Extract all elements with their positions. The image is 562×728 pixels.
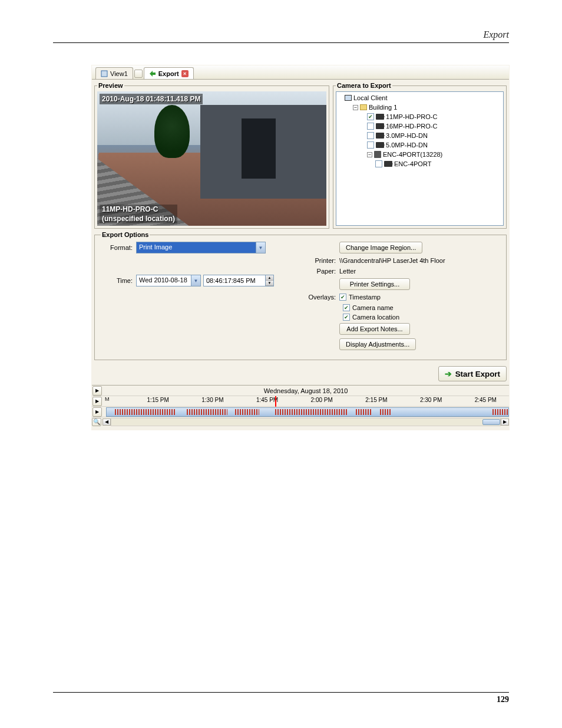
overlay-camera-name: 11MP-HD-PRO-C <box>100 205 177 214</box>
camera-checkbox[interactable] <box>367 123 374 130</box>
scrollbar-thumb[interactable] <box>482 419 500 425</box>
timeline-tick: 1:30 PM <box>201 397 223 403</box>
paper-label: Paper: <box>306 268 339 275</box>
overlay-camname-label: Camera name <box>352 304 394 311</box>
timeline-play-button[interactable]: ▶ <box>92 397 102 406</box>
overlay-camloc-label: Camera location <box>352 314 399 321</box>
format-label: Format: <box>101 244 136 251</box>
timeline-tick: 2:30 PM <box>420 397 442 403</box>
timeline-tick: 2:15 PM <box>365 397 387 403</box>
start-export-button[interactable]: ➔ Start Export <box>438 366 507 381</box>
timeline-zoom-button[interactable]: 🔍 <box>92 418 101 426</box>
export-icon <box>149 70 156 77</box>
tree-node-camera[interactable]: 5.0MP-HD-DN <box>338 140 502 150</box>
export-options-panel: Export Options Format: Print Image ▼ Tim… <box>94 231 507 360</box>
dropdown-icon[interactable]: ▼ <box>191 275 200 286</box>
camera-checkbox[interactable] <box>367 141 374 149</box>
printer-settings-button[interactable]: Printer Settings... <box>339 278 410 290</box>
tree-node-root[interactable]: Local Client <box>338 93 502 103</box>
new-tab-button[interactable] <box>134 70 143 78</box>
preview-panel: Preview 2010-Aug-18 01:48:11.418 PM 11MP… <box>94 82 329 229</box>
tree-building-label: Building 1 <box>369 104 397 111</box>
camera-icon <box>376 114 384 120</box>
header-rule <box>53 42 509 43</box>
date-combo[interactable]: Wed 2010-08-18 ▼ <box>136 275 201 286</box>
camera-tree-panel: Camera to Export Local Client − Building… <box>333 82 507 229</box>
collapse-icon[interactable]: − <box>353 105 358 110</box>
overlay-camname-checkbox[interactable]: ✔ <box>343 304 350 311</box>
timeline-play-button[interactable]: ▶ <box>92 386 102 396</box>
change-region-button[interactable]: Change Image Region... <box>339 242 422 253</box>
tab-export-label: Export <box>158 70 179 77</box>
preview-image: 2010-Aug-18 01:48:11.418 PM 11MP-HD-PRO-… <box>97 91 326 226</box>
format-combo[interactable]: Print Image ▼ <box>136 242 266 253</box>
encoder-child-label: ENC-4PORT <box>394 160 431 167</box>
timeline-data-bar[interactable] <box>106 407 509 417</box>
time-input[interactable]: 08:46:17:845 PM ▲▼ <box>203 275 274 286</box>
footer-rule <box>53 692 509 693</box>
export-options-legend: Export Options <box>101 231 150 238</box>
overlay-camera-location: (unspecified location) <box>100 214 177 223</box>
collapse-icon[interactable]: − <box>367 152 372 157</box>
tree-node-building[interactable]: − Building 1 <box>338 103 502 112</box>
svg-rect-0 <box>101 71 107 77</box>
scroll-left-button[interactable]: ◀ <box>103 419 111 426</box>
overlay-timestamp-label: Timestamp <box>349 294 381 301</box>
camera-checkbox[interactable] <box>367 132 374 139</box>
time-spinner[interactable]: ▲▼ <box>265 275 273 286</box>
camera-label: 16MP-HD-PRO-C <box>386 123 437 130</box>
timeline-play-button[interactable]: ▶ <box>92 407 102 417</box>
page-header-title: Export <box>483 29 509 40</box>
tab-close-button[interactable]: × <box>181 70 189 77</box>
preview-legend: Preview <box>97 82 124 89</box>
time-value: 08:46:17:845 PM <box>204 276 265 285</box>
camera-label: 11MP-HD-PRO-C <box>386 113 437 120</box>
camera-icon <box>376 123 384 129</box>
camera-label: 3.0MP-HD-DN <box>386 132 428 139</box>
export-dialog: View1 Export × Preview 2010-Aug-18 01:48… <box>91 65 510 430</box>
timeline-tick: 2:45 PM <box>475 397 497 403</box>
timeline-playhead[interactable] <box>275 396 276 407</box>
tree-node-encoder-child[interactable]: ENC-4PORT <box>338 159 502 169</box>
timeline: ▶ Wednesday, August 18, 2010 ▶ M 1:15 PM… <box>92 385 509 427</box>
timeline-scrollbar[interactable] <box>111 418 501 426</box>
overlays-label: Overlays: <box>306 294 339 301</box>
tab-view1-label: View1 <box>110 70 128 77</box>
scroll-right-button[interactable]: ▶ <box>501 419 509 426</box>
dropdown-icon[interactable]: ▼ <box>256 242 265 253</box>
format-value: Print Image <box>137 242 256 253</box>
camera-tree[interactable]: Local Client − Building 1 ✔ 11MP-HD-PRO-… <box>336 91 504 226</box>
tab-strip: View1 Export × <box>92 65 509 80</box>
overlay-timestamp-checkbox[interactable]: ✔ <box>339 294 346 301</box>
camera-checkbox[interactable]: ✔ <box>367 113 374 120</box>
timeline-tick: 1:15 PM <box>147 397 169 403</box>
printer-value: \\Grandcentral\HP LaserJet 4th Floor <box>339 257 445 264</box>
camera-label: 5.0MP-HD-DN <box>386 141 428 149</box>
camera-icon <box>376 133 384 139</box>
camera-icon <box>376 142 384 148</box>
server-icon <box>374 151 381 158</box>
camera-icon <box>384 161 392 167</box>
overlay-timestamp: 2010-Aug-18 01:48:11.418 PM <box>100 94 203 104</box>
overlay-camloc-checkbox[interactable]: ✔ <box>343 314 350 321</box>
add-notes-button[interactable]: Add Export Notes... <box>339 323 410 335</box>
tree-node-camera[interactable]: 16MP-HD-PRO-C <box>338 121 502 131</box>
tree-node-encoder[interactable]: − ENC-4PORT(13228) <box>338 150 502 159</box>
encoder-label: ENC-4PORT(13228) <box>383 151 442 158</box>
tab-export[interactable]: Export × <box>144 67 194 79</box>
timeline-ruler[interactable]: 1:15 PM 1:30 PM 1:45 PM 2:00 PM 2:15 PM … <box>119 396 509 407</box>
timeline-date: Wednesday, August 18, 2010 <box>103 387 509 394</box>
timeline-tick: 2:00 PM <box>311 397 333 403</box>
folder-icon <box>360 104 367 110</box>
camera-tree-legend: Camera to Export <box>336 82 392 89</box>
tab-view1[interactable]: View1 <box>95 67 133 79</box>
camera-checkbox[interactable] <box>375 160 382 167</box>
monitor-icon <box>345 95 352 101</box>
display-adjustments-button[interactable]: Display Adjustments... <box>339 338 416 350</box>
overlay-camera-info: 11MP-HD-PRO-C (unspecified location) <box>100 205 177 223</box>
paper-value: Letter <box>339 268 356 275</box>
start-export-label: Start Export <box>455 370 500 378</box>
tree-node-camera[interactable]: ✔ 11MP-HD-PRO-C <box>338 112 502 121</box>
tree-node-camera[interactable]: 3.0MP-HD-DN <box>338 131 502 140</box>
page-number: 129 <box>497 695 509 704</box>
